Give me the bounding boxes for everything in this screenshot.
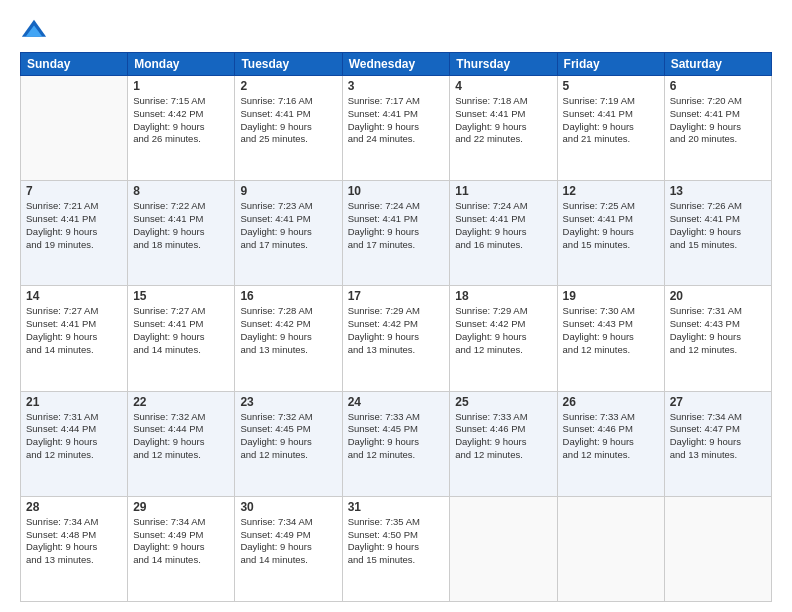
calendar-cell: 2Sunrise: 7:16 AM Sunset: 4:41 PM Daylig… xyxy=(235,76,342,181)
day-number: 1 xyxy=(133,79,229,93)
day-number: 20 xyxy=(670,289,766,303)
calendar-cell: 27Sunrise: 7:34 AM Sunset: 4:47 PM Dayli… xyxy=(664,391,771,496)
day-number: 27 xyxy=(670,395,766,409)
day-number: 26 xyxy=(563,395,659,409)
calendar-header-row: SundayMondayTuesdayWednesdayThursdayFrid… xyxy=(21,53,772,76)
day-number: 30 xyxy=(240,500,336,514)
day-info: Sunrise: 7:20 AM Sunset: 4:41 PM Dayligh… xyxy=(670,95,766,146)
calendar-cell xyxy=(450,496,557,601)
calendar-cell: 4Sunrise: 7:18 AM Sunset: 4:41 PM Daylig… xyxy=(450,76,557,181)
calendar-cell: 28Sunrise: 7:34 AM Sunset: 4:48 PM Dayli… xyxy=(21,496,128,601)
day-info: Sunrise: 7:24 AM Sunset: 4:41 PM Dayligh… xyxy=(348,200,445,251)
col-header-friday: Friday xyxy=(557,53,664,76)
calendar-cell: 15Sunrise: 7:27 AM Sunset: 4:41 PM Dayli… xyxy=(128,286,235,391)
day-info: Sunrise: 7:27 AM Sunset: 4:41 PM Dayligh… xyxy=(26,305,122,356)
day-info: Sunrise: 7:33 AM Sunset: 4:46 PM Dayligh… xyxy=(563,411,659,462)
day-number: 31 xyxy=(348,500,445,514)
calendar-week-row: 21Sunrise: 7:31 AM Sunset: 4:44 PM Dayli… xyxy=(21,391,772,496)
calendar-cell: 5Sunrise: 7:19 AM Sunset: 4:41 PM Daylig… xyxy=(557,76,664,181)
day-number: 16 xyxy=(240,289,336,303)
day-number: 22 xyxy=(133,395,229,409)
day-info: Sunrise: 7:31 AM Sunset: 4:43 PM Dayligh… xyxy=(670,305,766,356)
day-info: Sunrise: 7:31 AM Sunset: 4:44 PM Dayligh… xyxy=(26,411,122,462)
day-number: 15 xyxy=(133,289,229,303)
day-info: Sunrise: 7:24 AM Sunset: 4:41 PM Dayligh… xyxy=(455,200,551,251)
day-info: Sunrise: 7:29 AM Sunset: 4:42 PM Dayligh… xyxy=(348,305,445,356)
day-number: 12 xyxy=(563,184,659,198)
calendar-cell: 23Sunrise: 7:32 AM Sunset: 4:45 PM Dayli… xyxy=(235,391,342,496)
calendar-week-row: 7Sunrise: 7:21 AM Sunset: 4:41 PM Daylig… xyxy=(21,181,772,286)
col-header-tuesday: Tuesday xyxy=(235,53,342,76)
day-number: 18 xyxy=(455,289,551,303)
calendar-cell: 30Sunrise: 7:34 AM Sunset: 4:49 PM Dayli… xyxy=(235,496,342,601)
calendar: SundayMondayTuesdayWednesdayThursdayFrid… xyxy=(20,52,772,602)
day-number: 10 xyxy=(348,184,445,198)
col-header-monday: Monday xyxy=(128,53,235,76)
header xyxy=(20,18,772,46)
calendar-cell: 7Sunrise: 7:21 AM Sunset: 4:41 PM Daylig… xyxy=(21,181,128,286)
calendar-week-row: 1Sunrise: 7:15 AM Sunset: 4:42 PM Daylig… xyxy=(21,76,772,181)
day-info: Sunrise: 7:32 AM Sunset: 4:44 PM Dayligh… xyxy=(133,411,229,462)
calendar-cell: 24Sunrise: 7:33 AM Sunset: 4:45 PM Dayli… xyxy=(342,391,450,496)
day-number: 7 xyxy=(26,184,122,198)
day-info: Sunrise: 7:34 AM Sunset: 4:49 PM Dayligh… xyxy=(240,516,336,567)
col-header-thursday: Thursday xyxy=(450,53,557,76)
day-info: Sunrise: 7:33 AM Sunset: 4:46 PM Dayligh… xyxy=(455,411,551,462)
calendar-cell: 18Sunrise: 7:29 AM Sunset: 4:42 PM Dayli… xyxy=(450,286,557,391)
calendar-cell: 19Sunrise: 7:30 AM Sunset: 4:43 PM Dayli… xyxy=(557,286,664,391)
calendar-cell: 11Sunrise: 7:24 AM Sunset: 4:41 PM Dayli… xyxy=(450,181,557,286)
day-info: Sunrise: 7:18 AM Sunset: 4:41 PM Dayligh… xyxy=(455,95,551,146)
calendar-cell: 8Sunrise: 7:22 AM Sunset: 4:41 PM Daylig… xyxy=(128,181,235,286)
calendar-week-row: 14Sunrise: 7:27 AM Sunset: 4:41 PM Dayli… xyxy=(21,286,772,391)
calendar-cell: 22Sunrise: 7:32 AM Sunset: 4:44 PM Dayli… xyxy=(128,391,235,496)
calendar-cell: 25Sunrise: 7:33 AM Sunset: 4:46 PM Dayli… xyxy=(450,391,557,496)
day-info: Sunrise: 7:30 AM Sunset: 4:43 PM Dayligh… xyxy=(563,305,659,356)
day-number: 13 xyxy=(670,184,766,198)
day-info: Sunrise: 7:35 AM Sunset: 4:50 PM Dayligh… xyxy=(348,516,445,567)
calendar-cell xyxy=(21,76,128,181)
day-number: 4 xyxy=(455,79,551,93)
calendar-cell: 31Sunrise: 7:35 AM Sunset: 4:50 PM Dayli… xyxy=(342,496,450,601)
day-info: Sunrise: 7:17 AM Sunset: 4:41 PM Dayligh… xyxy=(348,95,445,146)
calendar-cell: 1Sunrise: 7:15 AM Sunset: 4:42 PM Daylig… xyxy=(128,76,235,181)
calendar-cell: 20Sunrise: 7:31 AM Sunset: 4:43 PM Dayli… xyxy=(664,286,771,391)
day-info: Sunrise: 7:33 AM Sunset: 4:45 PM Dayligh… xyxy=(348,411,445,462)
day-info: Sunrise: 7:34 AM Sunset: 4:49 PM Dayligh… xyxy=(133,516,229,567)
calendar-cell xyxy=(557,496,664,601)
day-number: 9 xyxy=(240,184,336,198)
day-number: 23 xyxy=(240,395,336,409)
calendar-cell: 10Sunrise: 7:24 AM Sunset: 4:41 PM Dayli… xyxy=(342,181,450,286)
day-info: Sunrise: 7:21 AM Sunset: 4:41 PM Dayligh… xyxy=(26,200,122,251)
day-number: 2 xyxy=(240,79,336,93)
day-info: Sunrise: 7:22 AM Sunset: 4:41 PM Dayligh… xyxy=(133,200,229,251)
calendar-cell: 9Sunrise: 7:23 AM Sunset: 4:41 PM Daylig… xyxy=(235,181,342,286)
day-info: Sunrise: 7:15 AM Sunset: 4:42 PM Dayligh… xyxy=(133,95,229,146)
day-number: 25 xyxy=(455,395,551,409)
col-header-saturday: Saturday xyxy=(664,53,771,76)
day-info: Sunrise: 7:16 AM Sunset: 4:41 PM Dayligh… xyxy=(240,95,336,146)
day-number: 14 xyxy=(26,289,122,303)
calendar-cell: 29Sunrise: 7:34 AM Sunset: 4:49 PM Dayli… xyxy=(128,496,235,601)
day-number: 8 xyxy=(133,184,229,198)
day-number: 17 xyxy=(348,289,445,303)
calendar-cell xyxy=(664,496,771,601)
day-info: Sunrise: 7:34 AM Sunset: 4:47 PM Dayligh… xyxy=(670,411,766,462)
day-info: Sunrise: 7:25 AM Sunset: 4:41 PM Dayligh… xyxy=(563,200,659,251)
calendar-cell: 12Sunrise: 7:25 AM Sunset: 4:41 PM Dayli… xyxy=(557,181,664,286)
day-info: Sunrise: 7:19 AM Sunset: 4:41 PM Dayligh… xyxy=(563,95,659,146)
calendar-cell: 17Sunrise: 7:29 AM Sunset: 4:42 PM Dayli… xyxy=(342,286,450,391)
calendar-cell: 21Sunrise: 7:31 AM Sunset: 4:44 PM Dayli… xyxy=(21,391,128,496)
calendar-cell: 14Sunrise: 7:27 AM Sunset: 4:41 PM Dayli… xyxy=(21,286,128,391)
day-number: 21 xyxy=(26,395,122,409)
calendar-cell: 26Sunrise: 7:33 AM Sunset: 4:46 PM Dayli… xyxy=(557,391,664,496)
day-info: Sunrise: 7:23 AM Sunset: 4:41 PM Dayligh… xyxy=(240,200,336,251)
day-number: 5 xyxy=(563,79,659,93)
day-info: Sunrise: 7:26 AM Sunset: 4:41 PM Dayligh… xyxy=(670,200,766,251)
calendar-cell: 6Sunrise: 7:20 AM Sunset: 4:41 PM Daylig… xyxy=(664,76,771,181)
col-header-sunday: Sunday xyxy=(21,53,128,76)
day-info: Sunrise: 7:27 AM Sunset: 4:41 PM Dayligh… xyxy=(133,305,229,356)
day-number: 24 xyxy=(348,395,445,409)
col-header-wednesday: Wednesday xyxy=(342,53,450,76)
calendar-cell: 13Sunrise: 7:26 AM Sunset: 4:41 PM Dayli… xyxy=(664,181,771,286)
day-number: 28 xyxy=(26,500,122,514)
